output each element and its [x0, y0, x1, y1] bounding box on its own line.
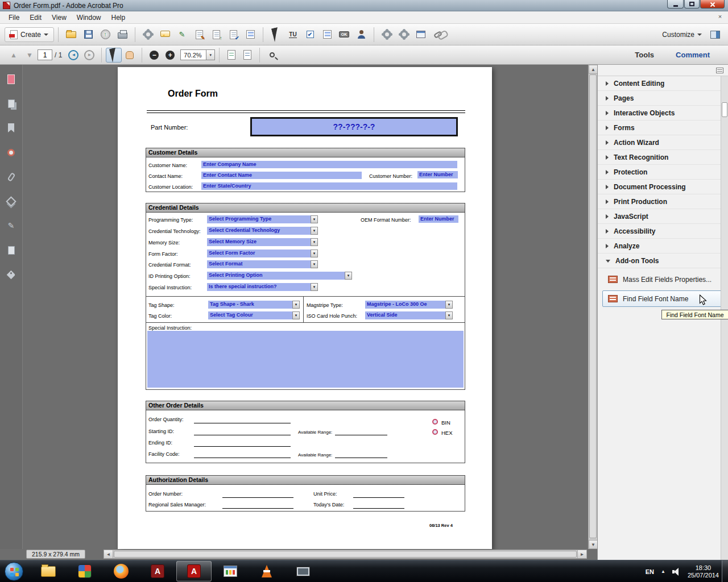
start-button[interactable] — [5, 562, 23, 581]
programming-type-dropdown[interactable]: Select Programming Type — [207, 215, 318, 223]
iso-card-hole-punch-dropdown[interactable]: Vertical Side — [365, 311, 453, 319]
panel-item-document-processing[interactable]: Document Processing — [598, 180, 728, 194]
window-options-button[interactable] — [412, 27, 429, 43]
panel-item-text-recognition[interactable]: Text Recognition — [598, 150, 728, 165]
panel-item-action-wizard[interactable]: Action Wizard — [598, 135, 728, 150]
panel-item-javascript[interactable]: JavaScript — [598, 209, 728, 224]
dropdown-arrow-icon[interactable] — [345, 272, 352, 280]
dropdown-arrow-icon[interactable] — [445, 301, 453, 309]
fit-page-button[interactable] — [239, 48, 255, 63]
previous-page-button[interactable] — [6, 48, 22, 63]
credential-technology-dropdown[interactable]: Select Credential Technology — [207, 227, 318, 235]
id-printing-option-dropdown[interactable]: Select Printing Option — [207, 272, 352, 280]
vertical-scrollbar[interactable] — [588, 65, 597, 549]
speaker-icon[interactable] — [672, 568, 681, 575]
create-button[interactable]: Create — [5, 27, 54, 42]
panel-item-print-production[interactable]: Print Production — [598, 194, 728, 209]
dropdown-arrow-icon[interactable] — [292, 311, 300, 319]
menu-help[interactable]: Help — [106, 12, 131, 23]
panel-options-icon[interactable] — [716, 68, 723, 73]
memory-size-dropdown[interactable]: Select Memory Size — [207, 238, 318, 246]
menu-view[interactable]: View — [47, 12, 72, 23]
open-file-button[interactable] — [63, 27, 80, 43]
taskbar-app-button[interactable] — [67, 561, 102, 581]
zoom-dropdown-icon[interactable] — [206, 49, 215, 60]
content-pane-button[interactable] — [5, 244, 18, 256]
customer-number-field[interactable]: Enter Number — [417, 171, 458, 178]
hand-tool-button[interactable] — [122, 48, 138, 63]
page-number-input[interactable] — [38, 49, 52, 60]
zoom-in-button[interactable] — [162, 48, 178, 63]
edit-text-button[interactable] — [284, 27, 301, 43]
tools-tab[interactable]: Tools — [635, 51, 654, 59]
panel-item-content-editing[interactable]: Content Editing — [598, 76, 728, 91]
language-indicator[interactable]: EN — [646, 568, 654, 575]
comment-tool-button[interactable] — [156, 27, 173, 43]
contact-name-field[interactable]: Enter Contact Name — [201, 172, 362, 179]
clock[interactable]: 18:30 25/07/2014 — [688, 564, 719, 579]
dropdown-arrow-icon[interactable] — [311, 283, 318, 291]
dropdown-arrow-icon[interactable] — [311, 260, 318, 268]
bookmarks-button[interactable] — [5, 122, 18, 134]
magstripe-type-dropdown[interactable]: Magstripe - LoCo 300 Oe — [365, 301, 453, 309]
next-page-button[interactable] — [22, 48, 38, 63]
form-factor-dropdown[interactable]: Select Form Factor — [207, 250, 318, 257]
fit-width-button[interactable] — [224, 48, 239, 63]
part-number-field[interactable]: ??-???-?-? — [250, 117, 458, 136]
customer-name-field[interactable]: Enter Company Name — [201, 161, 457, 168]
dropdown-arrow-icon[interactable] — [311, 250, 318, 257]
export-document-button[interactable] — [208, 27, 225, 43]
maximize-button[interactable] — [684, 0, 700, 9]
batch-process-button[interactable] — [395, 27, 412, 43]
preferences-button[interactable] — [139, 27, 156, 43]
bin-radio[interactable] — [432, 419, 438, 425]
special-instruction-dropdown[interactable]: Is there special instruction? — [207, 283, 318, 291]
share-button[interactable] — [97, 27, 114, 43]
panel-item-protection[interactable]: Protection — [598, 165, 728, 180]
scroll-down-icon[interactable] — [589, 540, 598, 549]
tag-color-dropdown[interactable]: Select Tag Colour — [208, 311, 300, 319]
panels-toggle-button[interactable] — [706, 27, 723, 43]
dropdown-arrow-icon[interactable] — [292, 301, 300, 309]
close-document-icon[interactable] — [715, 13, 725, 20]
hex-radio[interactable] — [432, 429, 438, 435]
previous-view-button[interactable] — [65, 48, 81, 63]
link-button[interactable] — [429, 27, 446, 43]
dropdown-arrow-icon[interactable] — [311, 227, 318, 235]
minimize-button[interactable] — [667, 0, 684, 9]
close-button[interactable] — [700, 0, 725, 9]
tag-shape-dropdown[interactable]: Tag Shape - Shark — [208, 301, 300, 309]
scroll-up-icon[interactable] — [589, 65, 598, 74]
destinations-button[interactable] — [5, 146, 18, 159]
tags-button[interactable] — [5, 268, 18, 281]
panel-item-pages[interactable]: Pages — [598, 91, 728, 106]
customize-button[interactable]: Customize — [657, 28, 706, 41]
special-instruction-textarea[interactable] — [147, 331, 464, 388]
taskbar-vlc-button[interactable] — [249, 561, 284, 581]
select-object-button[interactable] — [267, 27, 284, 43]
form-edit-button[interactable] — [242, 27, 259, 43]
digital-id-button[interactable] — [353, 27, 370, 43]
checkbox-field-button[interactable] — [301, 27, 318, 43]
panel-item-interactive-objects[interactable]: Interactive Objects — [598, 106, 728, 120]
panel-item-add-on-tools[interactable]: Add-on Tools — [598, 253, 728, 268]
customer-location-field[interactable]: Enter State/Country — [201, 182, 457, 190]
menu-file[interactable]: File — [3, 12, 24, 23]
panel-item-forms[interactable]: Forms — [598, 120, 728, 135]
layers-button[interactable] — [5, 195, 18, 207]
panel-item-analyze[interactable]: Analyze — [598, 239, 728, 253]
list-field-button[interactable] — [318, 27, 336, 43]
menu-window[interactable]: Window — [72, 12, 106, 23]
horizontal-scrollbar[interactable] — [104, 550, 587, 559]
credential-format-dropdown[interactable]: Select Format — [207, 260, 318, 268]
scroll-left-icon[interactable] — [104, 550, 113, 558]
taskbar-remote-button[interactable] — [286, 561, 321, 581]
zoom-out-button[interactable] — [146, 48, 162, 63]
zoom-level-value[interactable]: 70.2% — [180, 49, 206, 60]
page-thumbnails-button[interactable] — [5, 73, 18, 85]
show-desktop-button[interactable] — [722, 560, 728, 582]
taskbar-explorer-button[interactable] — [31, 561, 66, 581]
vertical-scrollbar-thumb[interactable] — [589, 74, 597, 538]
taskbar-office-button[interactable] — [213, 561, 248, 581]
sign-button[interactable] — [173, 27, 191, 43]
